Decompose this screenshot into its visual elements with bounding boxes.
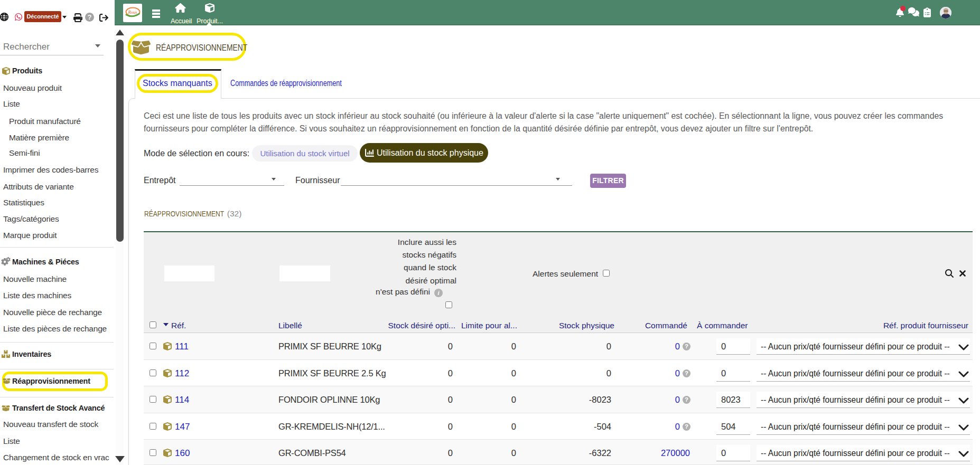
svg-text:Rous: Rous <box>128 10 138 15</box>
